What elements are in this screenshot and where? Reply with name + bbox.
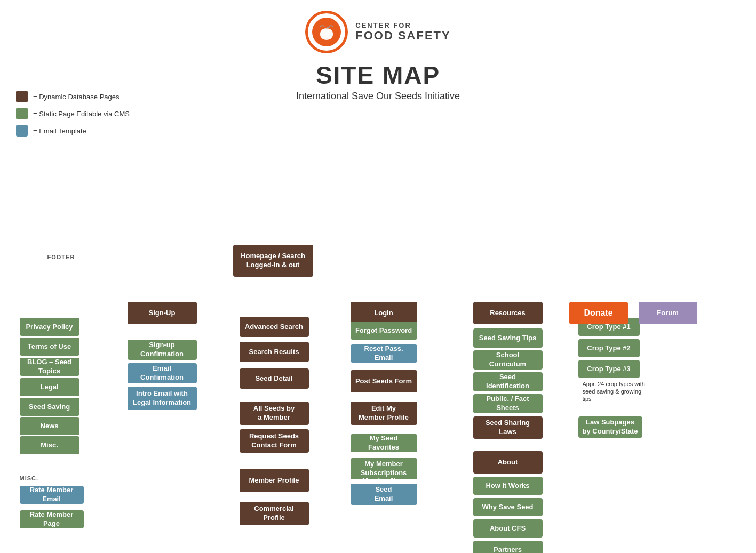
legend-label-email: = Email Template — [33, 127, 86, 135]
page-title: SITE MAP — [316, 61, 440, 90]
intro-email-node[interactable]: Intro Email with Legal Information — [128, 387, 197, 410]
sitemap: FOOTER Homepage / Search Logged-in & out… — [10, 107, 746, 113]
misc-label: MISC. — [20, 475, 39, 482]
logo-text: CENTER FOR FOOD SAFETY — [355, 21, 450, 42]
homepage-node[interactable]: Homepage / Search Logged-in & out — [233, 245, 313, 277]
member-profile-node[interactable]: Member Profile — [240, 469, 309, 492]
my-seed-favorites-node[interactable]: My Seed Favorites — [351, 434, 417, 452]
legend-box-email — [16, 125, 28, 137]
legend-item-dynamic: = Dynamic Database Pages — [16, 91, 130, 102]
svg-point-2 — [325, 29, 333, 39]
rate-member-page-node[interactable]: Rate Member Page — [20, 510, 84, 528]
post-seeds-node[interactable]: Post Seeds Form — [351, 370, 417, 392]
about-cfs-node[interactable]: About CFS — [473, 519, 543, 538]
how-it-works-node[interactable]: How It Works — [473, 477, 543, 495]
all-seeds-node[interactable]: All Seeds by a Member — [240, 402, 309, 425]
logo-line2: FOOD SAFETY — [355, 29, 450, 42]
about-node[interactable]: About — [473, 451, 543, 474]
edit-member-node[interactable]: Edit My Member Profile — [351, 402, 417, 425]
reset-pass-node[interactable]: Reset Pass. Email — [351, 344, 417, 363]
logo-line1: CENTER FOR — [355, 21, 450, 29]
legend-item-email: = Email Template — [16, 125, 130, 137]
request-seeds-node[interactable]: Request Seeds Contact Form — [240, 429, 309, 453]
rate-member-email-node[interactable]: Rate Member Email — [20, 486, 84, 504]
seed-sharing-laws-node[interactable]: Seed Sharing Laws — [473, 416, 543, 439]
news-node[interactable]: News — [20, 417, 79, 435]
legend-label-dynamic: = Dynamic Database Pages — [33, 93, 120, 101]
logo-icon — [305, 11, 348, 53]
email-confirmation-node[interactable]: Email Confirmation — [128, 363, 197, 383]
sign-up-confirmation-node[interactable]: Sign-up Confirmation — [128, 340, 197, 360]
blog-node[interactable]: BLOG – Seed Topics — [20, 358, 79, 376]
logo-inner — [312, 18, 341, 46]
partners-node[interactable]: Partners — [473, 541, 543, 553]
footer-label: FOOTER — [47, 254, 75, 260]
lines-svg — [10, 107, 746, 113]
terms-of-use-node[interactable]: Terms of Use — [20, 338, 79, 356]
legend: = Dynamic Database Pages = Static Page E… — [16, 91, 130, 137]
logo-area: CENTER FOR FOOD SAFETY — [305, 11, 450, 53]
public-fact-sheets-node[interactable]: Public. / Fact Sheets — [473, 394, 543, 413]
page-subtitle: International Save Our Seeds Initiative — [296, 91, 460, 102]
donate-node[interactable]: Donate — [569, 302, 628, 324]
crop-type-note: Appr. 24 crop types with seed saving & g… — [578, 382, 653, 401]
crop-type-3-node[interactable]: Crop Type #3 — [578, 360, 640, 378]
seed-saving-node[interactable]: Seed Saving — [20, 398, 79, 416]
crop-type-2-node[interactable]: Crop Type #2 — [578, 339, 640, 357]
seed-saving-tips-node[interactable]: Seed Saving Tips — [473, 328, 543, 348]
legend-box-dynamic — [16, 91, 28, 102]
forgot-password-node[interactable]: Forgot Password — [351, 322, 417, 340]
seed-identification-node[interactable]: Seed Identification — [473, 372, 543, 391]
resources-node[interactable]: Resources — [473, 302, 543, 324]
member-new-seed-email-node[interactable]: Member New Seed Email Notification — [351, 484, 417, 505]
seed-detail-node[interactable]: Seed Detail — [240, 368, 309, 389]
sign-up-node[interactable]: Sign-Up — [128, 302, 197, 324]
search-results-node[interactable]: Search Results — [240, 342, 309, 362]
misc-node[interactable]: Misc. — [20, 436, 79, 454]
why-save-seed-node[interactable]: Why Save Seed — [473, 498, 543, 516]
commercial-profile-node[interactable]: Commercial Profile — [240, 502, 309, 525]
school-curriculum-node[interactable]: School Curriculum — [473, 350, 543, 370]
law-subpages-node[interactable]: Law Subpages by Country/State — [578, 416, 642, 438]
legal-node[interactable]: Legal — [20, 378, 79, 396]
privacy-policy-node[interactable]: Privacy Policy — [20, 318, 79, 336]
advanced-search-node[interactable]: Advanced Search — [240, 317, 309, 337]
forum-node[interactable]: Forum — [639, 302, 697, 324]
login-node[interactable]: Login — [351, 302, 417, 324]
